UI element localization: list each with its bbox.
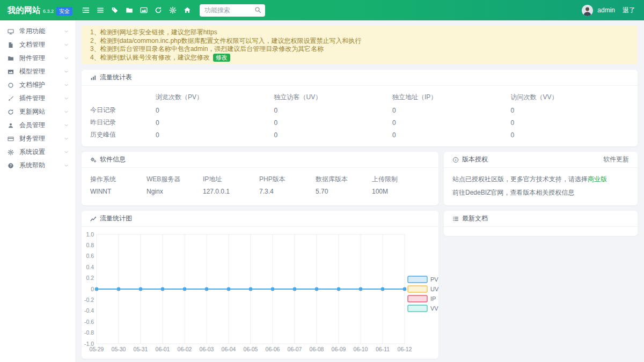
- svg-text:UV: UV: [430, 286, 438, 292]
- software-field-value: 5.70: [316, 188, 372, 195]
- latest-docs-body: [444, 227, 638, 236]
- table-header-row: 浏览次数（PV）独立访客（UV）独立地址（IP）访问次数（VV）: [90, 90, 629, 104]
- gear-icon: [8, 149, 15, 156]
- svg-text:05-30: 05-30: [112, 346, 126, 352]
- svg-text:06-11: 06-11: [376, 346, 390, 352]
- search-icon[interactable]: [254, 6, 261, 13]
- legend-item-VV[interactable]: VV: [408, 305, 438, 312]
- traffic-table-body: 浏览次数（PV）独立访客（UV）独立地址（IP）访问次数（VV）今日记录0000…: [82, 86, 638, 146]
- home-icon[interactable]: [180, 3, 194, 18]
- copyright-icon: c: [452, 157, 459, 163]
- table-cell: 0: [274, 107, 393, 114]
- svg-text:05-31: 05-31: [134, 346, 148, 352]
- software-field-value: WINNT: [90, 188, 147, 195]
- refresh-icon[interactable]: [151, 3, 165, 18]
- latest-docs-title: 最新文档: [462, 214, 488, 223]
- software-info-title: 软件信息: [100, 155, 126, 164]
- software-field-value: 100M: [372, 188, 428, 195]
- svg-text:06-08: 06-08: [310, 346, 324, 352]
- chevron-down-icon: [64, 136, 69, 141]
- svg-text:06-02: 06-02: [178, 346, 192, 352]
- svg-text:06-01: 06-01: [156, 346, 170, 352]
- sidebar-item-label: 会员管理: [19, 121, 64, 130]
- plugin-icon: [8, 95, 15, 102]
- chevron-down-icon: [64, 123, 69, 128]
- folder-icon[interactable]: [122, 3, 136, 18]
- sidebar-item-常用功能[interactable]: 常用功能: [0, 25, 75, 38]
- svg-text:-0.6: -0.6: [84, 319, 94, 325]
- site-version: 6.3.2: [43, 9, 54, 14]
- svg-text:0.4: 0.4: [86, 264, 94, 270]
- sidebar-item-label: 系统帮助: [19, 161, 64, 170]
- model-chart-icon: [8, 69, 15, 75]
- sidebar-item-会员管理[interactable]: 会员管理: [0, 119, 75, 132]
- logout-link[interactable]: 退了: [623, 6, 635, 15]
- svg-text:c: c: [455, 158, 457, 161]
- latest-docs-header: 最新文档: [444, 211, 638, 227]
- svg-text:-1.0: -1.0: [84, 341, 94, 347]
- sidebar-item-系统设置[interactable]: 系统设置: [0, 145, 75, 159]
- legend-item-IP[interactable]: IP: [408, 295, 436, 302]
- gear-icon[interactable]: [165, 3, 180, 18]
- svg-text:IP: IP: [430, 295, 436, 302]
- brand[interactable]: 我的网站 6.3.2 安全: [0, 5, 75, 16]
- sidebar-item-系统帮助[interactable]: ?系统帮助: [0, 159, 75, 172]
- traffic-table-panel: 流量统计表 浏览次数（PV）独立访客（UV）独立地址（IP）访问次数（VV）今日…: [82, 70, 638, 146]
- latest-docs-panel: 最新文档: [444, 211, 638, 236]
- sidebar-item-更新网站[interactable]: 更新网站: [0, 105, 75, 119]
- legend-item-UV[interactable]: UV: [408, 286, 438, 292]
- sidebar-item-label: 模型管理: [19, 67, 64, 76]
- sidebar-item-label: 文档维护: [19, 80, 64, 90]
- table-cell: 0: [274, 131, 393, 139]
- table-cell: 0: [511, 107, 630, 114]
- software-field-label: 数据库版本: [316, 175, 372, 184]
- sidebar-item-插件管理[interactable]: 插件管理: [0, 92, 75, 105]
- notice-line: 1、检测到网址非安全链接，建议您部署https: [90, 28, 629, 37]
- svg-text:06-10: 06-10: [354, 346, 368, 352]
- license-header: c 版本授权 软件更新: [444, 152, 638, 168]
- list-icon: [452, 216, 459, 222]
- sidebar-item-附件管理[interactable]: 附件管理: [0, 51, 75, 65]
- user-icon: [8, 122, 15, 129]
- svg-text:06-07: 06-07: [288, 346, 302, 352]
- chevron-down-icon: [64, 109, 69, 114]
- question-icon: ?: [8, 162, 15, 169]
- modify-button[interactable]: 修改: [213, 54, 230, 62]
- chevron-down-icon: [64, 29, 69, 34]
- software-field-label: PHP版本: [259, 175, 316, 184]
- secure-badge[interactable]: 安全: [56, 7, 72, 16]
- table-row: 今日记录0000: [90, 104, 629, 116]
- sidebar-item-模型管理[interactable]: 模型管理: [0, 65, 75, 78]
- svg-text:06-03: 06-03: [200, 346, 214, 352]
- tag-icon[interactable]: [107, 3, 122, 18]
- table-cell: 0: [511, 131, 630, 139]
- menu-icon[interactable]: [93, 3, 107, 18]
- svg-text:0: 0: [91, 286, 94, 292]
- sidebar-item-文档管理[interactable]: 文档管理: [0, 38, 75, 51]
- user-name[interactable]: admin: [597, 6, 615, 14]
- document-icon: [8, 42, 15, 48]
- legend-item-PV[interactable]: PV: [408, 276, 438, 283]
- sidebar-item-文档维护[interactable]: 文档维护: [0, 78, 75, 92]
- area-chart-icon[interactable]: [136, 3, 151, 18]
- avatar[interactable]: [582, 5, 593, 16]
- software-update-link[interactable]: 软件更新: [603, 155, 629, 164]
- table-cell: 0: [392, 131, 511, 139]
- software-field-label: 操作系统: [90, 175, 147, 184]
- menu-indent-icon[interactable]: [78, 3, 93, 18]
- sidebar-item-label: 插件管理: [19, 94, 64, 103]
- svg-text:06-09: 06-09: [332, 346, 346, 352]
- table-column-header: 独立访客（UV）: [274, 93, 393, 102]
- chevron-down-icon: [64, 83, 69, 87]
- table-cell: 0: [274, 119, 393, 127]
- chevron-down-icon: [64, 150, 69, 154]
- software-field-label: 上传限制: [372, 175, 428, 184]
- software-info-body: 操作系统WEB服务器IP地址PHP版本数据库版本上传限制 WINNTNginx1…: [82, 168, 438, 195]
- chevron-down-icon: [64, 56, 69, 61]
- traffic-table-header: 流量统计表: [82, 70, 638, 86]
- svg-text:VV: VV: [430, 305, 438, 312]
- main-content: 1、检测到网址非安全链接，建议您部署https2、检测到data/common.…: [75, 20, 644, 362]
- header-toolbar: [78, 3, 194, 18]
- sidebar-item-财务管理[interactable]: 财务管理: [0, 132, 75, 145]
- commercial-link[interactable]: 商业版: [588, 175, 607, 183]
